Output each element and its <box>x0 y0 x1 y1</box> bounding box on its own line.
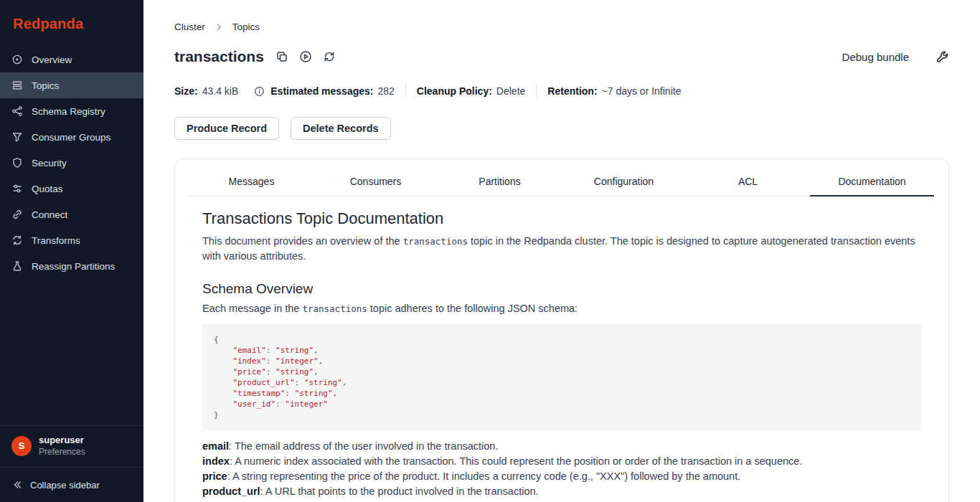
sidebar-item-topics[interactable]: Topics <box>0 72 143 98</box>
field-price: price: A string representing the price o… <box>202 469 922 484</box>
stat-retention: Retention: ~7 days or Infinite <box>547 85 681 97</box>
page-title: transactions <box>174 48 264 65</box>
consumer-groups-icon <box>11 131 23 143</box>
chevron-right-icon <box>214 22 224 32</box>
reassign-partitions-icon <box>11 260 23 272</box>
sidebar-item-label: Connect <box>32 209 67 220</box>
tab-bar: Messages Consumers Partitions Configurat… <box>189 166 934 196</box>
inline-code: transactions <box>403 236 468 247</box>
info-icon[interactable] <box>254 86 265 97</box>
stat-cleanup-policy: Cleanup Policy: Delete <box>417 85 526 97</box>
code-line: "index": "integer", <box>214 356 910 366</box>
transforms-icon <box>11 235 23 246</box>
sidebar-item-label: Reassign Partitions <box>32 261 115 272</box>
sidebar-item-label: Schema Registry <box>32 106 105 117</box>
tab-consumers[interactable]: Consumers <box>314 166 438 196</box>
sidebar-item-label: Transforms <box>32 235 80 246</box>
code-line: "price": "string", <box>214 366 910 377</box>
sidebar: Redpanda Overview Topics Schema Registry… <box>0 0 143 502</box>
security-icon <box>11 157 23 169</box>
action-buttons: Produce Record Delete Records <box>174 117 949 140</box>
topic-card: Messages Consumers Partitions Configurat… <box>174 158 949 502</box>
breadcrumb: Cluster Topics <box>174 0 949 32</box>
sidebar-item-label: Overview <box>32 55 72 65</box>
code-line: "product_url": "string", <box>214 377 910 388</box>
user-preferences-link[interactable]: Preferences <box>39 447 85 457</box>
code-line: } <box>214 409 910 420</box>
topic-stats: Size: 43.4 kiB Estimated messages: 282 C… <box>174 84 949 98</box>
collapse-sidebar-button[interactable]: Collapse sidebar <box>0 467 143 502</box>
overview-icon <box>11 54 23 65</box>
field-product-url: product_url: A URL that points to the pr… <box>202 484 922 499</box>
field-timestamp: timestamp: The timestamp of when the tra… <box>202 499 922 502</box>
breadcrumb-cluster[interactable]: Cluster <box>174 22 205 32</box>
code-line: "timestamp": "string", <box>214 388 910 399</box>
sidebar-item-label: Security <box>32 158 67 169</box>
sidebar-nav: Overview Topics Schema Registry Consumer… <box>0 47 143 279</box>
tab-partitions[interactable]: Partitions <box>438 166 562 196</box>
sidebar-item-label: Consumer Groups <box>32 132 110 143</box>
sidebar-item-security[interactable]: Security <box>0 150 143 176</box>
refresh-icon[interactable] <box>323 50 336 63</box>
stat-estimated-messages: Estimated messages: 282 <box>254 85 395 97</box>
tab-configuration[interactable]: Configuration <box>562 166 686 196</box>
sidebar-item-overview[interactable]: Overview <box>0 47 143 72</box>
field-email: email: The email address of the user inv… <box>202 439 922 454</box>
documentation-panel: Transactions Topic Documentation This do… <box>175 196 948 502</box>
divider <box>405 84 406 98</box>
sidebar-item-transforms[interactable]: Transforms <box>0 227 143 253</box>
schema-intro: Each message in the transactions topic a… <box>202 301 922 316</box>
doc-title: Transactions Topic Documentation <box>202 209 922 228</box>
stat-size: Size: 43.4 kiB <box>174 85 238 97</box>
inline-code: transactions <box>302 303 367 314</box>
connect-icon <box>11 209 23 220</box>
produce-record-button[interactable]: Produce Record <box>174 117 279 140</box>
schema-overview-heading: Schema Overview <box>202 281 922 297</box>
sidebar-spacer <box>0 279 143 425</box>
main-content: Cluster Topics transactions Debug bundle… <box>143 0 980 502</box>
field-index: index: A numeric index associated with t… <box>202 454 922 469</box>
user-name: superuser <box>39 435 85 445</box>
sidebar-item-consumer-groups[interactable]: Consumer Groups <box>0 124 143 150</box>
breadcrumb-topics[interactable]: Topics <box>232 22 260 32</box>
sidebar-item-reassign-partitions[interactable]: Reassign Partitions <box>0 253 143 279</box>
sidebar-item-label: Topics <box>32 80 59 91</box>
collapse-icon <box>11 479 23 491</box>
code-line: { <box>214 334 910 345</box>
tab-acl[interactable]: ACL <box>686 166 810 196</box>
schema-registry-icon <box>11 105 23 117</box>
avatar: S <box>11 436 32 456</box>
tab-messages[interactable]: Messages <box>189 166 314 196</box>
sidebar-item-label: Quotas <box>32 184 63 194</box>
code-line: "email": "string", <box>214 345 910 356</box>
quotas-icon <box>11 183 23 194</box>
redpanda-logo: Redpanda <box>0 0 143 47</box>
topics-icon <box>11 80 23 91</box>
divider <box>536 84 537 98</box>
user-section[interactable]: S superuser Preferences <box>0 425 143 467</box>
doc-intro: This document provides an overview of th… <box>202 234 922 264</box>
title-row: transactions Debug bundle <box>174 48 949 65</box>
delete-records-button[interactable]: Delete Records <box>291 117 391 140</box>
tab-documentation[interactable]: Documentation <box>810 166 934 196</box>
field-definitions: email: The email address of the user inv… <box>202 439 922 502</box>
wrench-icon[interactable] <box>935 49 949 64</box>
copy-icon[interactable] <box>275 50 288 63</box>
json-schema-code-block: { "email": "string", "index": "integer",… <box>202 324 922 430</box>
debug-bundle-button[interactable]: Debug bundle <box>842 51 909 63</box>
sidebar-item-quotas[interactable]: Quotas <box>0 176 143 202</box>
collapse-sidebar-label: Collapse sidebar <box>30 480 100 491</box>
sidebar-item-connect[interactable]: Connect <box>0 202 143 227</box>
play-icon[interactable] <box>299 50 312 63</box>
sidebar-item-schema-registry[interactable]: Schema Registry <box>0 98 143 124</box>
code-line: "user_id": "integer" <box>214 399 910 409</box>
